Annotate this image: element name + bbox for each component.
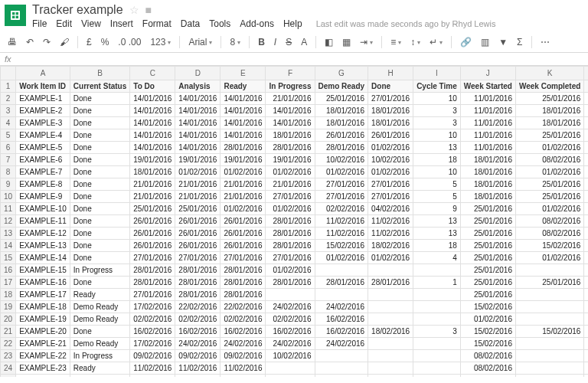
cell[interactable]: [413, 301, 461, 313]
cell[interactable]: EXAMPLE-9: [16, 191, 70, 203]
cell[interactable]: 14/01/2016: [175, 129, 220, 142]
cell[interactable]: [315, 264, 368, 277]
cell[interactable]: 21/01/2016: [266, 178, 315, 191]
cell[interactable]: [368, 362, 413, 375]
cell[interactable]: 10: [413, 93, 461, 105]
cell[interactable]: EXAMPLE-20: [16, 326, 70, 338]
cell[interactable]: EXAMPLE-22: [16, 350, 70, 362]
cell[interactable]: [584, 264, 588, 277]
cell[interactable]: [584, 338, 588, 350]
cell[interactable]: 17/02/2016: [130, 301, 175, 313]
cell[interactable]: 18: [413, 154, 461, 166]
cell[interactable]: 28/01/2016: [175, 264, 220, 277]
cell[interactable]: 25/01/2016: [460, 215, 515, 228]
cell[interactable]: 21/01/2016: [220, 191, 266, 203]
cell[interactable]: Done: [70, 117, 129, 129]
col-header[interactable]: C: [130, 67, 175, 80]
cell[interactable]: 11/02/2016: [130, 362, 175, 375]
col-header[interactable]: H: [368, 67, 413, 80]
cell[interactable]: 18: [413, 240, 461, 252]
cell[interactable]: 26/01/2016: [130, 215, 175, 228]
cell[interactable]: 01/02/2016: [266, 166, 315, 178]
cell[interactable]: Demo Ready: [70, 313, 129, 326]
cell[interactable]: 18/02/2016: [368, 326, 413, 338]
cell[interactable]: 11/02/2016: [368, 215, 413, 228]
cell[interactable]: [368, 289, 413, 301]
cell[interactable]: 02/02/2016: [130, 313, 175, 326]
cell[interactable]: 01/02/2016: [368, 142, 413, 154]
cell[interactable]: 16/02/2016: [315, 313, 368, 326]
cell[interactable]: Done: [70, 240, 129, 252]
cell[interactable]: [413, 375, 461, 378]
cell[interactable]: 28/01/2016: [266, 277, 315, 289]
cell[interactable]: 18/01/2016: [460, 154, 515, 166]
cell[interactable]: EXAMPLE-13: [16, 240, 70, 252]
cell[interactable]: 27/01/2016: [315, 178, 368, 191]
cell[interactable]: [515, 350, 583, 362]
cell[interactable]: 21/01/2016: [175, 191, 220, 203]
fill-color-icon[interactable]: ◧: [322, 35, 336, 49]
cell[interactable]: Analysis: [70, 375, 129, 378]
cell[interactable]: 16/02/2016: [220, 326, 266, 338]
chart-icon[interactable]: ▥: [478, 35, 492, 49]
cell[interactable]: 24/02/2016: [266, 338, 315, 350]
cell[interactable]: Cycle Time: [413, 80, 461, 93]
cell[interactable]: 27/01/2016: [130, 252, 175, 264]
cell[interactable]: 25/01/2016: [515, 129, 583, 142]
borders-icon[interactable]: ▦: [339, 35, 354, 49]
cell[interactable]: 18/01/2016: [515, 117, 583, 129]
row-header[interactable]: 20: [1, 313, 16, 326]
sheets-logo[interactable]: [5, 5, 26, 26]
filter-icon[interactable]: ▼: [495, 35, 511, 49]
cell[interactable]: 11/02/2016: [220, 362, 266, 375]
cell[interactable]: 14/01/2016: [175, 93, 220, 105]
formula-bar[interactable]: [16, 54, 583, 64]
cell[interactable]: 18/02/2016: [368, 240, 413, 252]
cell[interactable]: 25/01/2016: [515, 93, 583, 105]
cell[interactable]: 26/01/2016: [175, 228, 220, 240]
cell[interactable]: 14/01/2016: [266, 105, 315, 117]
cell[interactable]: 17/02/2016: [130, 338, 175, 350]
cell[interactable]: 01/02/2016: [315, 166, 368, 178]
cell[interactable]: [413, 362, 461, 375]
menu-help[interactable]: Help: [283, 18, 302, 29]
cell[interactable]: 25/01/2016: [175, 203, 220, 215]
cell[interactable]: [515, 338, 583, 350]
cell[interactable]: [515, 313, 583, 326]
cell[interactable]: 15/02/2016: [175, 375, 220, 378]
valign-icon[interactable]: ↕: [407, 35, 423, 49]
more-icon[interactable]: ⋯: [537, 35, 553, 49]
cell[interactable]: EXAMPLE-23: [16, 362, 70, 375]
cell[interactable]: Analysis: [175, 80, 220, 93]
cell[interactable]: 13: [413, 142, 461, 154]
row-header[interactable]: 7: [1, 154, 16, 166]
cell[interactable]: [584, 301, 588, 313]
print-icon[interactable]: 🖶: [5, 35, 20, 49]
redo-icon[interactable]: ↷: [40, 35, 54, 49]
cell[interactable]: 19/01/2016: [175, 154, 220, 166]
cell[interactable]: Done: [70, 252, 129, 264]
cell[interactable]: 14/01/2016: [130, 117, 175, 129]
cell[interactable]: 15/02/2016: [460, 338, 515, 350]
cell[interactable]: 14/01/2016: [220, 129, 266, 142]
cell[interactable]: [584, 191, 588, 203]
cell[interactable]: [315, 375, 368, 378]
row-header[interactable]: 2: [1, 93, 16, 105]
bold-button[interactable]: B: [255, 35, 268, 49]
cell[interactable]: 04/02/2016: [368, 203, 413, 215]
cell[interactable]: To Do: [130, 80, 175, 93]
cell[interactable]: 11/01/2016: [460, 105, 515, 117]
cell[interactable]: 14/01/2016: [130, 142, 175, 154]
cell[interactable]: 27/01/2016: [368, 191, 413, 203]
cell[interactable]: 3: [413, 326, 461, 338]
cell[interactable]: [266, 362, 315, 375]
cell[interactable]: In Progress: [70, 264, 129, 277]
cell[interactable]: 11/01/2016: [460, 117, 515, 129]
cell[interactable]: 10/02/2016: [315, 154, 368, 166]
cell[interactable]: Demo Ready: [70, 301, 129, 313]
cell[interactable]: 14/01/2016: [130, 129, 175, 142]
cell[interactable]: 08/02/2016: [515, 154, 583, 166]
row-header[interactable]: 10: [1, 191, 16, 203]
number-format-button[interactable]: 123: [147, 35, 174, 49]
cell[interactable]: 28/01/2016: [266, 215, 315, 228]
